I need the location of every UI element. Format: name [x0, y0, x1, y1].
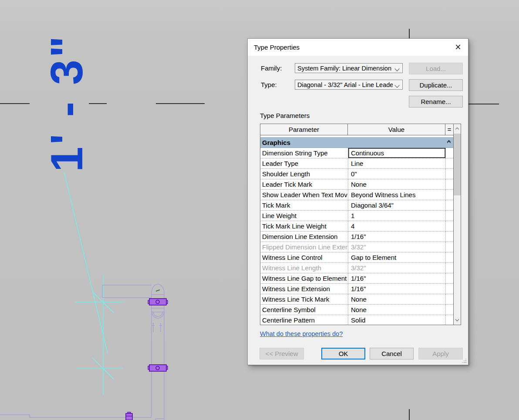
formula-cell: [445, 190, 453, 200]
close-icon[interactable]: ×: [448, 39, 468, 56]
parameter-name: Centerline Symbol: [260, 305, 348, 315]
table-row[interactable]: Witness Line Length 3/32": [260, 263, 453, 273]
parameter-value[interactable]: Continuous: [348, 148, 445, 158]
header-value[interactable]: Value: [348, 124, 445, 135]
parameter-value[interactable]: 1/16": [348, 273, 445, 284]
pipe-centerlines: [64, 171, 123, 395]
type-combobox[interactable]: Diagonal - 3/32" Arial - Line Leader - I…: [295, 80, 403, 90]
table-row[interactable]: Witness Line Gap to Element 1/16": [260, 273, 453, 284]
resize-grip[interactable]: [462, 358, 466, 363]
table-row[interactable]: Tick Mark Line Weight 4: [260, 221, 453, 232]
parameter-name: Leader Type: [260, 158, 348, 169]
apply-button[interactable]: Apply: [418, 348, 463, 360]
scroll-down-icon[interactable]: [454, 316, 461, 325]
valve-symbol-upper[interactable]: [148, 299, 168, 305]
table-row[interactable]: Witness Line Tick Mark None: [260, 294, 453, 305]
table-body: Graphics Dimension String Type Continuou…: [260, 135, 453, 325]
table-row[interactable]: Flipped Dimension Line Exten 3/32": [260, 242, 453, 252]
parameter-name: Leader Tick Mark: [260, 179, 348, 190]
rename-button[interactable]: Rename...: [409, 96, 463, 108]
table-row[interactable]: Dimension Line Extension 1/16": [260, 232, 453, 242]
parameter-value[interactable]: Diagonal 3/64": [348, 200, 445, 211]
parameter-value[interactable]: 4: [348, 221, 445, 232]
parameter-value[interactable]: 3/32": [348, 263, 445, 273]
dialog-title: Type Properties: [248, 44, 300, 51]
parameter-value[interactable]: 1/16": [348, 284, 445, 294]
chevron-down-icon: [394, 66, 399, 71]
formula-cell: [445, 252, 453, 263]
formula-cell: [445, 232, 453, 242]
valve-symbol-lower[interactable]: [148, 365, 168, 371]
group-label: Graphics: [260, 139, 448, 146]
properties-help-link[interactable]: What do these properties do?: [260, 330, 343, 337]
table-row[interactable]: Centerline Pattern Solid: [260, 315, 453, 325]
formula-cell: [445, 294, 453, 305]
formula-cell: [445, 273, 453, 284]
table-row[interactable]: Witness Line Extension 1/16": [260, 284, 453, 294]
parameter-name: Witness Line Gap to Element: [260, 273, 348, 284]
parameter-value[interactable]: Solid: [348, 315, 445, 325]
preview-button[interactable]: << Preview: [260, 348, 304, 360]
scroll-up-icon[interactable]: [454, 124, 461, 133]
family-value: System Family: Linear Dimension Style: [297, 65, 393, 72]
duplicate-button[interactable]: Duplicate...: [409, 79, 463, 91]
parameter-name: Witness Line Control: [260, 252, 348, 263]
collapse-group-icon[interactable]: [448, 141, 450, 144]
parameter-value[interactable]: None: [348, 179, 445, 190]
table-row[interactable]: Witness Line Control Gap to Element: [260, 252, 453, 263]
parameter-value[interactable]: 1: [348, 211, 445, 221]
parameter-value[interactable]: None: [348, 294, 445, 305]
dimension-value-text[interactable]: 1' - 3": [44, 15, 91, 172]
formula-cell: [445, 221, 453, 232]
formula-cell: [445, 284, 453, 294]
parameter-name: Witness Line Length: [260, 263, 348, 273]
table-row[interactable]: Line Weight 1: [260, 211, 453, 221]
parameter-name: Show Leader When Text Mov: [260, 190, 348, 200]
parameter-name: Tick Mark: [260, 200, 348, 211]
parameter-name: Dimension Line Extension: [260, 232, 348, 242]
ok-button[interactable]: OK: [321, 348, 365, 360]
formula-cell: [445, 305, 453, 315]
parameter-name: Witness Line Extension: [260, 284, 348, 294]
type-parameters-table: Parameter Value = Graphics Dimension Str…: [260, 124, 461, 325]
chevron-down-icon: [394, 83, 399, 87]
table-row[interactable]: Tick Mark Diagonal 3/64": [260, 200, 453, 211]
load-button[interactable]: Load...: [409, 63, 463, 74]
table-row[interactable]: Dimension String Type Continuous: [260, 148, 453, 158]
parameter-value[interactable]: 3/32": [348, 242, 445, 252]
parameter-name: Shoulder Length: [260, 169, 348, 179]
parameter-value[interactable]: Beyond Witness Lines: [348, 190, 445, 200]
table-row[interactable]: Show Leader When Text Mov Beyond Witness…: [260, 190, 453, 200]
parameter-name: Flipped Dimension Line Exten: [260, 242, 348, 252]
parameter-name: Dimension String Type: [260, 148, 348, 158]
dialog-titlebar[interactable]: Type Properties ×: [248, 39, 468, 56]
cancel-button[interactable]: Cancel: [370, 348, 414, 360]
group-row-graphics[interactable]: Graphics: [260, 137, 453, 148]
parameter-name: Line Weight: [260, 211, 348, 221]
type-value: Diagonal - 3/32" Arial - Line Leader - I…: [297, 81, 393, 88]
parameter-value[interactable]: 1/16": [348, 232, 445, 242]
parameter-value[interactable]: None: [348, 305, 445, 315]
flow-mark-icon: [156, 290, 160, 291]
scrollbar-thumb[interactable]: [454, 134, 461, 195]
type-parameters-label: Type Parameters: [260, 112, 310, 119]
parameter-value[interactable]: Gap to Element: [348, 252, 445, 263]
pipe-run[interactable]: [0, 284, 164, 420]
family-combobox[interactable]: System Family: Linear Dimension Style: [295, 63, 403, 73]
table-row[interactable]: Leader Tick Mark None: [260, 179, 453, 190]
formula-cell: [445, 158, 453, 169]
pipe-fitting-symbol[interactable]: [126, 412, 132, 420]
formula-cell: [445, 263, 453, 273]
parameter-rows: Dimension String Type Continuous Leader …: [260, 148, 453, 325]
table-scrollbar[interactable]: [453, 124, 461, 325]
formula-cell: [445, 179, 453, 190]
table-row[interactable]: Leader Type Line: [260, 158, 453, 169]
table-row[interactable]: Shoulder Length 0": [260, 169, 453, 179]
table-header: Parameter Value =: [260, 124, 461, 135]
parameter-value[interactable]: 0": [348, 169, 445, 179]
family-label: Family:: [261, 63, 282, 73]
table-row[interactable]: Centerline Symbol None: [260, 305, 453, 315]
type-properties-dialog: Type Properties × Family: System Family:…: [247, 38, 468, 365]
header-parameter[interactable]: Parameter: [260, 124, 348, 135]
parameter-value[interactable]: Line: [348, 158, 445, 169]
